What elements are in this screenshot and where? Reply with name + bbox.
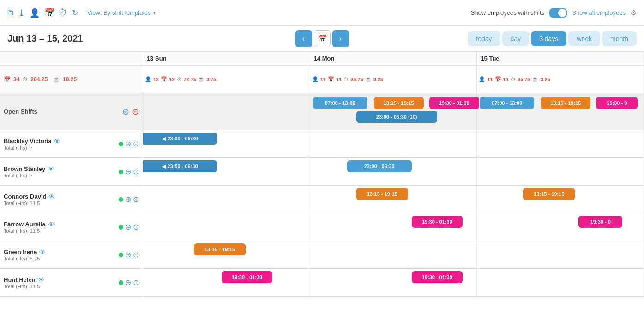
download-icon[interactable]: ⤓: [18, 8, 25, 18]
cell-farrow-mon: 19:30 - 01:30: [310, 213, 477, 241]
cell-blackley-sun: ◀ 23:00 - 06:30: [143, 130, 310, 157]
show-employees-label: Show employees with shifts: [471, 9, 545, 16]
emp-add-brown[interactable]: ⊕: [125, 167, 131, 176]
emp-status-green: [119, 253, 123, 257]
next-button[interactable]: ›: [332, 30, 349, 47]
view-label[interactable]: View: By shift templates ▾: [87, 9, 156, 16]
shift-hunt-mon[interactable]: 19:30 - 01:30: [412, 271, 463, 283]
open-shift-tue-1[interactable]: 07:00 - 13:00: [480, 97, 534, 109]
open-shift-mon-4[interactable]: 23:00 - 06:30 (10): [356, 111, 437, 123]
emp-info-hunt: Hunt Helen 👁 Total (Hrs): 11.5: [4, 276, 116, 289]
emp-status-brown: [119, 170, 123, 174]
shift-brown-mon[interactable]: 23:00 - 06:30: [347, 160, 412, 172]
emp-clock-farrow[interactable]: ⊙: [133, 223, 139, 231]
clock-icon[interactable]: ⏱: [59, 8, 67, 18]
shift-hunt-sun[interactable]: 19:30 - 01:30: [222, 271, 272, 283]
shift-blackley-sun[interactable]: ◀ 23:00 - 06:30: [143, 133, 217, 145]
day-stats-tue: 👤 11 📅 11 ⏱ 65.75 ☕ 3.25: [477, 66, 644, 93]
copy-icon[interactable]: ⧉: [7, 8, 13, 18]
view-btn-day[interactable]: day: [502, 31, 530, 46]
emp-add-farrow[interactable]: ⊕: [125, 223, 131, 231]
total-coffee: 10.25: [63, 76, 77, 83]
emp-eye-farrow[interactable]: 👁: [48, 221, 54, 228]
emp-name-blackley: Blackley Victoria: [4, 138, 52, 145]
view-btn-today[interactable]: today: [468, 31, 500, 46]
date-nav: Jun 13 – 15, 2021 ‹ 📅 › today day 3 days…: [0, 26, 644, 52]
grid-row-farrow: 19:30 - 01:30 19:30 - 0: [143, 213, 644, 241]
emp-clock-blackley[interactable]: ⊙: [133, 139, 139, 148]
total-clock: 204.25: [30, 76, 48, 83]
emp-total-green: Total (Hrs): 5.75: [4, 256, 116, 261]
day-header-sun: 13 Sun: [143, 52, 310, 65]
emp-total-blackley: Total (Hrs): 7: [4, 145, 116, 151]
emp-name-brown: Brown Stanley: [4, 165, 45, 172]
emp-add-green[interactable]: ⊕: [125, 250, 131, 259]
open-shifts-add-icon[interactable]: ⊕: [122, 107, 129, 117]
open-cell-tue: 07:00 - 13:00 13:15 - 19:15 19:30 - 0: [477, 93, 644, 130]
emp-clock-green[interactable]: ⊙: [133, 250, 139, 259]
shift-connors-mon[interactable]: 13:15 - 19:15: [356, 188, 408, 200]
emp-add-connors[interactable]: ⊕: [125, 195, 131, 204]
emp-add-hunt[interactable]: ⊕: [125, 278, 131, 287]
open-shift-tue-2[interactable]: 13:15 - 19:15: [541, 97, 590, 109]
view-btn-month[interactable]: month: [602, 31, 637, 46]
employee-row-connors: Connors David 👁 Total (Hrs): 11.5 ⊕ ⊙: [0, 186, 143, 213]
day-header-mon: 14 Mon: [310, 52, 477, 65]
emp-actions-hunt: ⊕ ⊙: [119, 278, 139, 287]
emp-name-farrow: Farrow Aurelia: [4, 221, 46, 228]
refresh-icon[interactable]: ↻: [72, 8, 78, 17]
open-shift-mon-3[interactable]: 19:30 - 01:30: [429, 97, 479, 109]
persons-num-tue: 11: [487, 77, 493, 82]
clock-icon-tue: ⏱: [511, 77, 516, 82]
shift-farrow-mon[interactable]: 19:30 - 01:30: [412, 216, 463, 228]
show-toggle[interactable]: [549, 8, 567, 18]
emp-eye-brown[interactable]: 👁: [48, 165, 54, 173]
cell-farrow-tue: 19:30 - 0: [477, 213, 644, 241]
open-shift-tue-3[interactable]: 19:30 - 0: [596, 97, 638, 109]
grid-row-connors: 13:15 - 19:15 13:15 - 19:15: [143, 186, 644, 213]
right-grid: 13 Sun 14 Mon 15 Tue 👤 12 📅 12 ⏱ 72.75 ☕…: [143, 52, 644, 333]
nav-center: ‹ 📅 ›: [295, 30, 349, 47]
prev-button[interactable]: ‹: [295, 30, 312, 47]
coffee-stat-icon: ☕: [53, 76, 60, 83]
open-shift-mon-2[interactable]: 13:15 - 19:15: [374, 97, 424, 109]
emp-clock-connors[interactable]: ⊙: [133, 195, 139, 204]
emp-name-connors: Connors David: [4, 193, 46, 200]
emp-eye-blackley[interactable]: 👁: [54, 138, 60, 145]
toolbar-icons: ⧉ ⤓ 👤 📅 ⏱ ↻: [7, 8, 78, 18]
persons-num-sun: 12: [153, 77, 159, 82]
emp-eye-connors[interactable]: 👁: [48, 193, 55, 200]
coffee-num-sun: 3.75: [206, 77, 216, 82]
toggle-switch[interactable]: [549, 8, 567, 18]
coffee-icon-sun: ☕: [198, 76, 205, 82]
show-all-employees[interactable]: Show all employees: [572, 9, 626, 16]
emp-eye-green[interactable]: 👁: [39, 248, 46, 256]
cell-green-mon: [310, 241, 477, 268]
shift-brown-sun[interactable]: ◀ 23:00 - 06:30: [143, 160, 217, 172]
emp-add-blackley[interactable]: ⊕: [125, 139, 131, 148]
open-shifts-remove-icon[interactable]: ⊖: [132, 107, 139, 117]
view-btn-week[interactable]: week: [568, 31, 600, 46]
clock-num-sun: 72.75: [184, 77, 197, 82]
emp-status-connors: [119, 197, 123, 202]
people-icon[interactable]: 👤: [30, 8, 40, 18]
shift-connors-tue[interactable]: 13:15 - 19:15: [523, 188, 575, 200]
emp-clock-brown[interactable]: ⊙: [133, 167, 139, 176]
cell-farrow-sun: [143, 213, 310, 241]
clock-icon-mon: ⏱: [343, 77, 349, 82]
view-btn-3days[interactable]: 3 days: [531, 31, 566, 46]
grid-stats-row: 👤 12 📅 12 ⏱ 72.75 ☕ 3.75 👤 11 📅 11 ⏱ 65.…: [143, 66, 644, 93]
emp-name-hunt: Hunt Helen: [4, 276, 36, 283]
shift-farrow-tue[interactable]: 19:30 - 0: [578, 216, 622, 228]
persons-icon-sun: 👤: [145, 76, 151, 82]
grid-row-green: 13:15 - 19:15: [143, 241, 644, 269]
left-header: [0, 52, 143, 66]
emp-clock-hunt[interactable]: ⊙: [133, 278, 139, 287]
calendar-picker-button[interactable]: 📅: [314, 30, 331, 47]
shift-green-sun[interactable]: 13:15 - 19:15: [194, 243, 246, 255]
gear-icon[interactable]: ⚙: [630, 8, 637, 17]
calendar-icon[interactable]: 📅: [44, 8, 54, 18]
cell-connors-sun: [143, 186, 310, 213]
open-shift-mon-1[interactable]: 07:00 - 13:00: [313, 97, 367, 109]
emp-eye-hunt[interactable]: 👁: [38, 276, 44, 284]
